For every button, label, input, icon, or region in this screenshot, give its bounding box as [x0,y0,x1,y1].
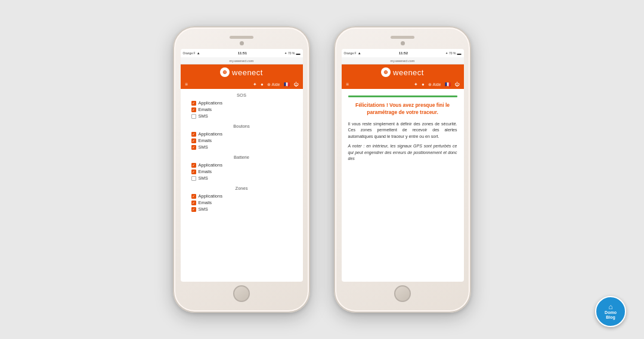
zones-sms-checkbox[interactable]: ✓ [191,207,196,212]
help-label-left[interactable]: ⊕ Aide [267,82,280,87]
success-note: A noter : en intérieur, les signaux GPS … [348,143,457,162]
phone-top-left [178,36,305,47]
zones-title: Zones [187,186,297,191]
carrier-right: Orange F [344,51,357,55]
camera-left [240,41,244,45]
logo-text-right: weenect [393,68,424,77]
flag-icon-right[interactable]: 🇫🇷 [445,82,451,87]
boutons-app-row: ✓ Applications [187,131,297,137]
app-header-left: ⊕ weenect [181,64,303,80]
success-title: Félicitations ! Vous avez presque fini l… [348,102,457,116]
sos-app-row: ✓ Applications [187,100,297,106]
battery-icon-right: ▬ [457,51,462,56]
batterie-sms-label: SMS [199,175,208,181]
power-icon-right[interactable]: ⏻ [454,82,459,87]
app-header-right: ⊕ weenect [342,64,464,80]
batterie-email-checkbox[interactable]: ✓ [191,170,196,174]
address-text-left: my.weenect.com [230,59,254,63]
zones-sms-row: ✓ SMS [187,207,297,212]
speaker-right [391,36,414,39]
zones-app-label: Applications [199,193,222,199]
time-left: 11:51 [238,51,247,55]
domo-badge: ⌂ Domo Blog [595,296,626,327]
sos-email-checkbox[interactable]: ✓ [191,107,196,112]
boutons-app-label: Applications [199,131,222,137]
time-right: 11:52 [399,51,408,55]
domo-badge-text2: Blog [606,315,615,320]
zones-email-row: ✓ Emails [187,200,297,205]
success-section: Félicitations ! Vous avez presque fini l… [346,92,460,166]
progress-bar [348,95,457,97]
batterie-app-row: ✓ Applications [187,162,297,168]
home-btn-right[interactable] [394,285,411,302]
phone-top-right [339,36,466,47]
nav-icons-right: ✦ ● ⊕ Aide 🇫🇷 ⏻ [414,82,459,87]
screen-right: Orange F ▲ 11:52 ✦ 70 % ▬ my.weenect.com… [342,49,464,282]
sun-icon-right[interactable]: ✦ [414,82,418,87]
batterie-title: Batterie [187,155,297,160]
battery-icon-left: ▬ [296,51,301,56]
page-wrapper: Orange F ▲ 11:51 ✦ 70 % ▬ my.weenect.com… [0,0,644,339]
help-label-right[interactable]: ⊕ Aide [428,82,441,87]
boutons-title: Boutons [187,124,297,129]
batterie-email-row: ✓ Emails [187,169,297,174]
logo-left: ⊕ weenect [220,67,263,77]
zones-email-checkbox[interactable]: ✓ [191,201,196,205]
boutons-email-label: Emails [199,138,212,143]
camera-right [401,41,405,45]
zones-app-checkbox[interactable]: ✓ [191,194,196,199]
sos-email-label: Emails [199,107,212,112]
flag-icon-left[interactable]: 🇫🇷 [284,82,290,87]
bluetooth-icon-left: ✦ [284,51,287,55]
battery-right: 70 % [449,51,456,55]
boutons-email-row: ✓ Emails [187,138,297,143]
sos-email-row: ✓ Emails [187,107,297,112]
sos-sms-row: SMS [187,113,297,119]
status-bar-right: Orange F ▲ 11:52 ✦ 70 % ▬ [342,49,464,57]
bluetooth-icon-right: ✦ [445,51,448,55]
user-icon-right[interactable]: ● [422,82,425,87]
boutons-sms-row: ✓ SMS [187,144,297,150]
user-icon-left[interactable]: ● [261,82,264,87]
batterie-sms-checkbox[interactable] [191,176,196,181]
logo-icon-left: ⊕ [220,67,230,77]
sun-icon-left[interactable]: ✦ [253,82,257,87]
batterie-app-label: Applications [199,162,222,168]
logo-right: ⊕ weenect [381,67,424,77]
address-text-right: my.weenect.com [391,59,415,63]
sub-header-left: ≡ ✦ ● ⊕ Aide 🇫🇷 ⏻ [181,80,303,89]
carrier-left: Orange F [183,51,196,55]
address-bar-right: my.weenect.com [342,57,464,64]
zones-sms-label: SMS [199,207,208,212]
batterie-email-label: Emails [199,169,212,174]
sos-sms-label: SMS [199,113,208,119]
boutons-sms-checkbox[interactable]: ✓ [191,145,196,150]
phone-left: Orange F ▲ 11:51 ✦ 70 % ▬ my.weenect.com… [173,26,310,313]
home-btn-left[interactable] [233,285,250,302]
domo-house-icon: ⌂ [608,303,612,310]
menu-icon-left[interactable]: ≡ [185,82,188,87]
batterie-sms-row: SMS [187,175,297,181]
sos-app-checkbox[interactable]: ✓ [191,101,196,106]
batterie-app-checkbox[interactable]: ✓ [191,163,196,168]
section-batterie: Batterie ✓ Applications ✓ Emails SMS [187,155,297,181]
zones-email-label: Emails [199,200,212,205]
status-bar-left: Orange F ▲ 11:51 ✦ 70 % ▬ [181,49,303,57]
power-icon-left[interactable]: ⏻ [293,82,298,87]
boutons-sms-label: SMS [199,144,208,150]
domo-badge-text1: Domo [605,310,617,315]
phone-right: Orange F ▲ 11:52 ✦ 70 % ▬ my.weenect.com… [334,26,471,313]
screen-content-right: Félicitations ! Vous avez presque fini l… [342,89,464,282]
boutons-email-checkbox[interactable]: ✓ [191,138,196,143]
boutons-app-checkbox[interactable]: ✓ [191,132,196,137]
section-zones: Zones ✓ Applications ✓ Emails ✓ SMS [187,186,297,212]
menu-icon-right[interactable]: ≡ [346,82,349,87]
wifi-icon-right: ▲ [358,51,361,55]
sos-sms-checkbox[interactable] [191,114,196,119]
nav-icons-left: ✦ ● ⊕ Aide 🇫🇷 ⏻ [253,82,298,87]
logo-icon-right: ⊕ [381,67,391,77]
speaker-left [230,36,253,39]
address-bar-left: my.weenect.com [181,57,303,64]
sos-app-label: Applications [199,100,222,106]
section-sos: SOS ✓ Applications ✓ Emails SMS [187,93,297,119]
